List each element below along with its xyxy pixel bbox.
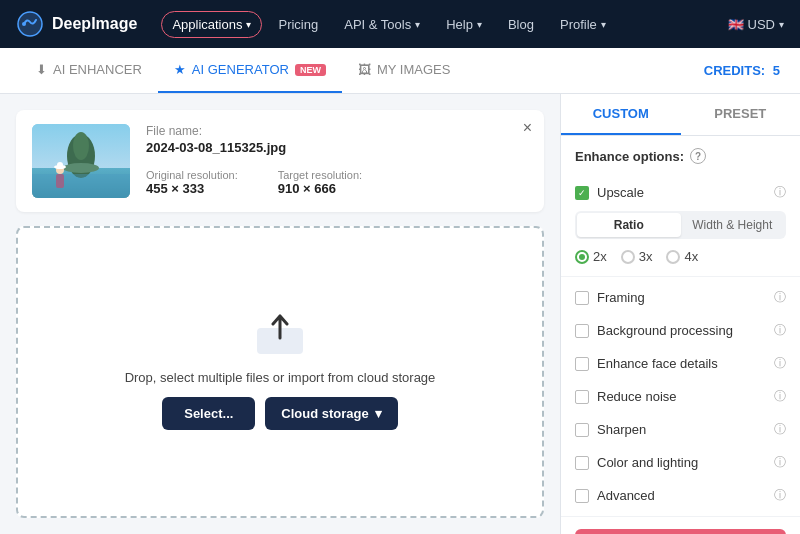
upscale-checkbox[interactable]: [575, 186, 589, 200]
sharpen-info-icon[interactable]: ⓘ: [774, 421, 786, 438]
nav-profile[interactable]: Profile ▾: [550, 12, 616, 37]
new-badge: NEW: [295, 64, 326, 76]
upload-icon: [257, 314, 303, 358]
logo-icon: [16, 10, 44, 38]
chevron-down-icon-cloud: ▾: [375, 406, 382, 421]
color-and-lighting-checkbox[interactable]: [575, 456, 589, 470]
tab-ai-enhancer[interactable]: ⬇ AI ENHANCER: [20, 48, 158, 93]
reduce-noise-checkbox[interactable]: [575, 390, 589, 404]
nav-links: Applications ▾ Pricing API & Tools ▾ Hel…: [161, 11, 703, 38]
scale-options: 2x 3x 4x: [575, 243, 786, 270]
option-advanced[interactable]: Advanced ⓘ: [561, 479, 800, 512]
chevron-down-icon-3: ▾: [477, 19, 482, 30]
nav-api-tools[interactable]: API & Tools ▾: [334, 12, 430, 37]
background-processing-checkbox[interactable]: [575, 324, 589, 338]
scale-2x[interactable]: 2x: [575, 249, 607, 264]
currency-selector[interactable]: 🇬🇧 USD ▾: [728, 17, 784, 32]
subtab-width-height[interactable]: Width & Height: [681, 213, 785, 237]
svg-point-0: [18, 12, 42, 36]
enhance-button[interactable]: Enhance: [575, 529, 786, 534]
images-icon: 🖼: [358, 62, 371, 77]
credits-display: CREDITS: 5: [704, 63, 780, 78]
panel-tabs: CUSTOM PRESET: [561, 94, 800, 136]
enhance-btn-wrap: Enhance: [561, 516, 800, 534]
cloud-storage-button[interactable]: Cloud storage ▾: [265, 397, 397, 430]
svg-point-5: [73, 132, 89, 160]
subtab-ratio[interactable]: Ratio: [577, 213, 681, 237]
flag-icon: 🇬🇧: [728, 17, 744, 32]
upscale-sub-tabs: Ratio Width & Height: [575, 211, 786, 239]
upscale-label: Upscale: [597, 185, 644, 200]
upscale-info-icon[interactable]: ⓘ: [774, 184, 786, 201]
options-list: Framing ⓘ Background processing ⓘ Enhanc…: [561, 277, 800, 516]
option-reduce-noise[interactable]: Reduce noise ⓘ: [561, 380, 800, 413]
upscale-row: Upscale ⓘ: [575, 178, 786, 207]
enhance-face-details-info-icon[interactable]: ⓘ: [774, 355, 786, 372]
thumbnail-image: [32, 124, 130, 198]
nav-applications[interactable]: Applications ▾: [161, 11, 262, 38]
advanced-info-icon[interactable]: ⓘ: [774, 487, 786, 504]
main-content: File name: 2024-03-08_115325.jpg Origina…: [0, 94, 800, 534]
enhance-options-label: Enhance options: ?: [561, 136, 800, 172]
drop-text: Drop, select multiple files or import fr…: [125, 370, 436, 385]
option-color-and-lighting[interactable]: Color and lighting ⓘ: [561, 446, 800, 479]
radio-2x: [575, 250, 589, 264]
navbar: DeepImage Applications ▾ Pricing API & T…: [0, 0, 800, 48]
option-enhance-face-details[interactable]: Enhance face details ⓘ: [561, 347, 800, 380]
star-icon: ★: [174, 62, 186, 77]
nav-help[interactable]: Help ▾: [436, 12, 492, 37]
logo[interactable]: DeepImage: [16, 10, 137, 38]
left-panel: File name: 2024-03-08_115325.jpg Origina…: [0, 94, 560, 534]
file-thumbnail: [32, 124, 130, 198]
drop-zone: Drop, select multiple files or import fr…: [16, 226, 544, 518]
background-processing-info-icon[interactable]: ⓘ: [774, 322, 786, 339]
option-background-processing[interactable]: Background processing ⓘ: [561, 314, 800, 347]
color-and-lighting-info-icon[interactable]: ⓘ: [774, 454, 786, 471]
option-sharpen[interactable]: Sharpen ⓘ: [561, 413, 800, 446]
svg-rect-11: [32, 174, 130, 198]
tab-my-images[interactable]: 🖼 MY IMAGES: [342, 48, 466, 93]
file-name: 2024-03-08_115325.jpg: [146, 140, 528, 155]
svg-point-1: [22, 22, 26, 26]
sharpen-checkbox[interactable]: [575, 423, 589, 437]
tab-preset[interactable]: PRESET: [681, 94, 801, 135]
tab-custom[interactable]: CUSTOM: [561, 94, 681, 135]
original-resolution: Original resolution: 455 × 333: [146, 169, 238, 196]
target-resolution: Target resolution: 910 × 666: [278, 169, 362, 196]
close-file-button[interactable]: ×: [523, 120, 532, 136]
download-icon: ⬇: [36, 62, 47, 77]
chevron-down-icon-2: ▾: [415, 19, 420, 30]
nav-pricing[interactable]: Pricing: [268, 12, 328, 37]
right-panel: CUSTOM PRESET Enhance options: ? Upscale…: [560, 94, 800, 534]
resolution-row: Original resolution: 455 × 333 Target re…: [146, 169, 528, 196]
nav-blog[interactable]: Blog: [498, 12, 544, 37]
file-info: File name: 2024-03-08_115325.jpg Origina…: [146, 124, 528, 196]
svg-rect-10: [57, 162, 63, 169]
chevron-down-icon-5: ▾: [779, 19, 784, 30]
reduce-noise-info-icon[interactable]: ⓘ: [774, 388, 786, 405]
chevron-down-icon-4: ▾: [601, 19, 606, 30]
svg-point-6: [63, 163, 99, 173]
scale-4x[interactable]: 4x: [666, 249, 698, 264]
radio-4x: [666, 250, 680, 264]
drop-buttons: Select... Cloud storage ▾: [162, 397, 398, 430]
tabs-bar: ⬇ AI ENHANCER ★ AI GENERATOR NEW 🖼 MY IM…: [0, 48, 800, 94]
select-button[interactable]: Select...: [162, 397, 255, 430]
file-card: File name: 2024-03-08_115325.jpg Origina…: [16, 110, 544, 212]
advanced-checkbox[interactable]: [575, 489, 589, 503]
upscale-section: Upscale ⓘ Ratio Width & Height 2x 3x: [561, 172, 800, 277]
chevron-down-icon: ▾: [246, 19, 251, 30]
framing-checkbox[interactable]: [575, 291, 589, 305]
option-framing[interactable]: Framing ⓘ: [561, 281, 800, 314]
scale-3x[interactable]: 3x: [621, 249, 653, 264]
enhance-face-details-checkbox[interactable]: [575, 357, 589, 371]
radio-3x: [621, 250, 635, 264]
tab-ai-generator[interactable]: ★ AI GENERATOR NEW: [158, 48, 342, 93]
enhance-options-help-icon[interactable]: ?: [690, 148, 706, 164]
framing-info-icon[interactable]: ⓘ: [774, 289, 786, 306]
